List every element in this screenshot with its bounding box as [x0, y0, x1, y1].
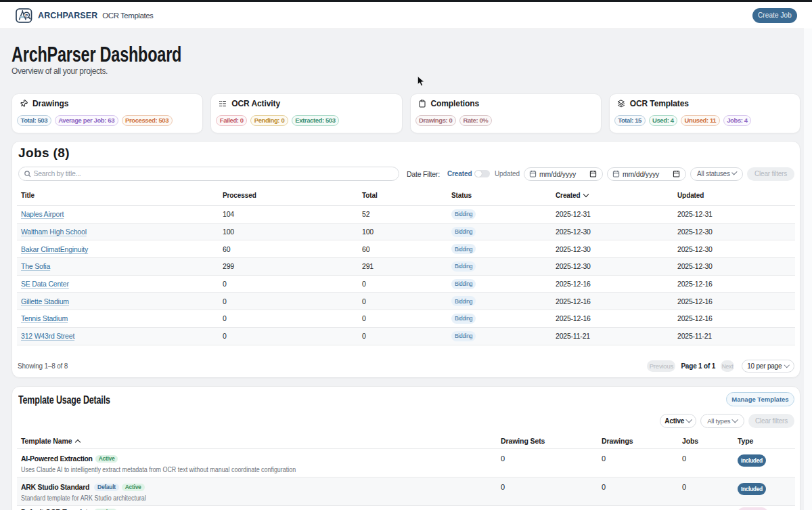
- svg-text:P: P: [25, 13, 28, 17]
